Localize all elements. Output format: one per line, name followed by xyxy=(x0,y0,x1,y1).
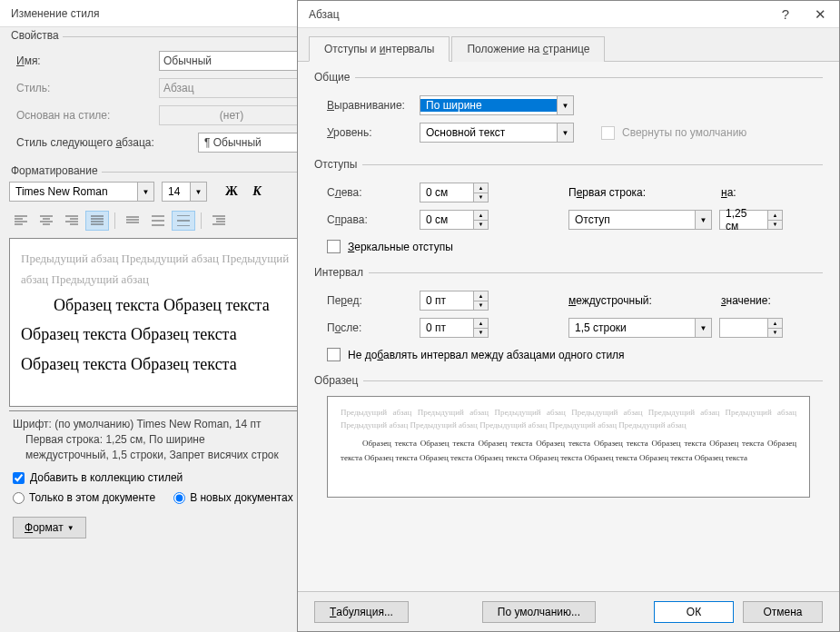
paragraph-footer: Табуляция... По умолчанию... ОК Отмена xyxy=(298,591,839,631)
tab-indents-spacing[interactable]: Отступы и интервалы xyxy=(309,36,450,62)
help-button[interactable]: ? xyxy=(768,2,803,27)
indent-left-label: Слева: xyxy=(327,186,412,199)
level-dropdown[interactable]: Основной текст ▼ xyxy=(420,123,574,143)
collapsed-label: Свернуты по умолчанию xyxy=(622,126,746,139)
default-button[interactable]: По умолчанию... xyxy=(482,601,596,623)
preview-prev-text: Предыдущий абзац Предыдущий абзац Предыд… xyxy=(21,248,296,291)
chevron-down-icon: ▼ xyxy=(695,211,711,229)
style-preview: Предыдущий абзац Предыдущий абзац Предыд… xyxy=(9,238,308,407)
format-button[interactable]: Формат▼ xyxy=(13,517,86,538)
indents-group: Отступы Слева: 0 см ▲▼ Первая строка: на… xyxy=(314,158,823,253)
no-space-same-style-label: Не добавлять интервал между абзацами одн… xyxy=(348,349,625,361)
only-this-doc-radio[interactable] xyxy=(13,492,25,504)
add-to-collection-label: Добавить в коллекцию стилей xyxy=(30,471,183,484)
spacing-15-button[interactable] xyxy=(146,211,170,231)
add-to-collection-checkbox[interactable] xyxy=(13,472,25,484)
formatting-group-label: Форматирование xyxy=(7,164,102,177)
by-label: на: xyxy=(721,186,736,199)
style-dialog: Изменение стиля Свойства Имя: Стиль: Осн… xyxy=(0,0,318,632)
tabulation-button[interactable]: Табуляция... xyxy=(314,601,409,623)
spinner-down-icon[interactable]: ▼ xyxy=(474,329,488,338)
first-line-dropdown[interactable]: Отступ ▼ xyxy=(568,210,712,230)
collapsed-checkbox xyxy=(601,126,615,140)
based-on-input xyxy=(159,105,304,125)
name-label: Имя: xyxy=(16,54,159,67)
spinner-down-icon[interactable]: ▼ xyxy=(474,193,488,202)
paragraph-dialog-header: Абзац ? ✕ xyxy=(298,1,839,28)
style-description: Шрифт: (по умолчанию) Times New Roman, 1… xyxy=(9,410,308,468)
spinner-down-icon[interactable]: ▼ xyxy=(474,301,488,311)
style-type-label: Стиль: xyxy=(16,82,159,94)
first-line-label: Первая строка: xyxy=(568,186,714,199)
close-button[interactable]: ✕ xyxy=(803,2,837,27)
value-label: значение: xyxy=(721,294,771,307)
indent-right-label: Справа: xyxy=(327,213,412,226)
new-docs-label: В новых документах xyxy=(190,491,292,504)
align-justify-button[interactable] xyxy=(85,211,109,231)
spinner-down-icon[interactable]: ▼ xyxy=(768,221,782,230)
line-spacing-dropdown[interactable]: 1,5 строки ▼ xyxy=(568,318,712,338)
chevron-down-icon: ▼ xyxy=(695,319,711,337)
chevron-down-icon: ▼ xyxy=(190,183,206,201)
indent-left-spinner[interactable]: 0 см ▲▼ xyxy=(420,183,489,202)
align-center-button[interactable] xyxy=(35,211,58,231)
chevron-down-icon: ▼ xyxy=(67,524,74,532)
properties-group-label: Свойства xyxy=(7,29,63,42)
spinner-up-icon[interactable]: ▲ xyxy=(474,291,488,301)
align-right-button[interactable] xyxy=(60,211,84,231)
properties-group: Свойства Имя: Стиль: Основан на стиле: С… xyxy=(7,36,310,163)
next-style-dropdown[interactable]: ¶ Обычный xyxy=(198,133,304,153)
mirror-indents-checkbox[interactable] xyxy=(327,240,341,253)
alignment-label: Выравнивание: xyxy=(327,99,412,112)
spinner-down-icon[interactable]: ▼ xyxy=(474,221,488,230)
space-before-label: Перед: xyxy=(327,294,412,307)
based-on-label: Основан на стиле: xyxy=(16,109,159,122)
chevron-down-icon: ▼ xyxy=(137,183,153,201)
font-name-dropdown[interactable]: Times New Roman ▼ xyxy=(9,182,154,202)
paragraph-sample: Предыдущий абзац Предыдущий абзац Предыд… xyxy=(327,396,810,498)
space-after-label: После: xyxy=(327,321,412,334)
indent-right-spinner[interactable]: 0 см ▲▼ xyxy=(420,210,489,230)
only-this-doc-label: Только в этом документе xyxy=(29,491,155,504)
spacing-2-button[interactable] xyxy=(172,211,195,231)
chevron-down-icon: ▼ xyxy=(557,123,573,142)
style-dialog-header: Изменение стиля xyxy=(0,0,317,27)
style-name-input[interactable] xyxy=(159,51,304,71)
interval-group: Интервал Перед: 0 пт ▲▼ междустрочный: з… xyxy=(314,266,823,361)
spinner-down-icon[interactable]: ▼ xyxy=(768,329,782,338)
paragraph-tabs: Отступы и интервалы Положение на страниц… xyxy=(298,28,839,62)
indent-increase-button[interactable] xyxy=(207,211,231,231)
style-type-input xyxy=(159,78,304,98)
formatting-group: Форматирование xyxy=(7,172,310,173)
italic-button[interactable]: К xyxy=(245,182,269,202)
space-before-spinner[interactable]: 0 пт ▲▼ xyxy=(420,291,489,311)
preview-sample-text: Образец текста Образец текста Образец те… xyxy=(21,291,296,379)
general-group: Общие Выравнивание: По ширине ▼ Уровень:… xyxy=(314,71,823,145)
tab-page-position[interactable]: Положение на странице xyxy=(451,36,605,62)
spacing-1-button[interactable] xyxy=(121,211,144,231)
spinner-up-icon[interactable]: ▲ xyxy=(768,211,782,221)
space-after-spinner[interactable]: 0 пт ▲▼ xyxy=(420,318,489,338)
bold-button[interactable]: Ж xyxy=(220,182,243,202)
line-spacing-value-spinner[interactable]: ▲▼ xyxy=(719,318,783,338)
align-left-button[interactable] xyxy=(9,211,33,231)
spinner-up-icon[interactable]: ▲ xyxy=(474,183,488,193)
no-space-same-style-checkbox[interactable] xyxy=(327,348,341,361)
chevron-down-icon: ▼ xyxy=(557,96,573,114)
spinner-up-icon[interactable]: ▲ xyxy=(474,211,488,221)
sample-group: Образец Предыдущий абзац Предыдущий абза… xyxy=(314,374,823,498)
ok-button[interactable]: ОК xyxy=(654,601,734,623)
spinner-up-icon[interactable]: ▲ xyxy=(768,319,782,329)
font-size-dropdown[interactable]: 14 ▼ xyxy=(162,182,207,202)
spinner-up-icon[interactable]: ▲ xyxy=(474,319,488,329)
alignment-dropdown[interactable]: По ширине ▼ xyxy=(420,95,574,115)
first-line-by-spinner[interactable]: 1,25 см ▲▼ xyxy=(719,210,783,230)
new-docs-radio[interactable] xyxy=(173,492,185,504)
paragraph-dialog: Абзац ? ✕ Отступы и интервалы Положение … xyxy=(297,0,840,632)
next-style-label: Стиль следующего абзаца: xyxy=(16,136,198,149)
cancel-button[interactable]: Отмена xyxy=(743,601,823,623)
paragraph-dialog-title: Абзац xyxy=(309,8,768,21)
style-dialog-title: Изменение стиля xyxy=(11,7,99,20)
mirror-indents-label: Зеркальные отступы xyxy=(348,241,453,253)
level-label: Уровень: xyxy=(327,126,412,139)
